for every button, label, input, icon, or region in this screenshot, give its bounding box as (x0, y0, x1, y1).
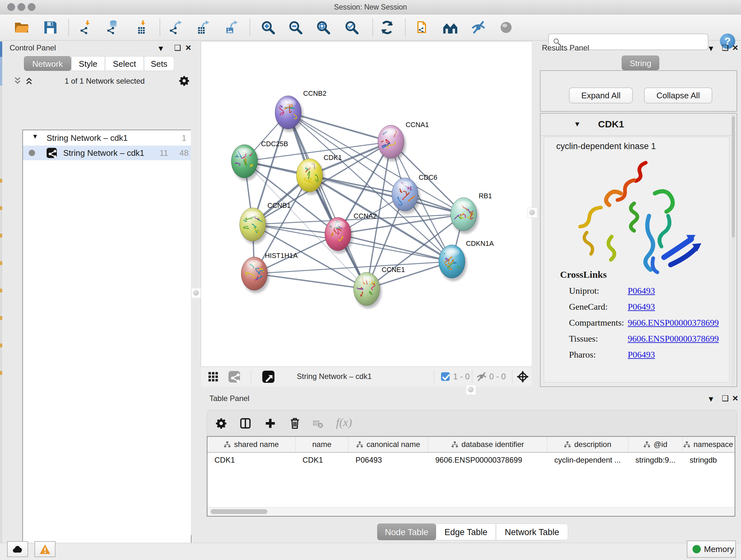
crosslink-tissues-link[interactable]: 9606.ENSP00000378699 (628, 334, 719, 344)
tree-expander-icon[interactable]: ▼ (32, 133, 38, 140)
gene-results-box: ▼ CDK1 cyclin-dependent kinase 1 (540, 113, 737, 387)
export-table-icon[interactable] (196, 20, 211, 35)
network-collection-label: String Network – cdk1 (47, 133, 128, 143)
network-tree-item-row[interactable]: String Network – cdk1 11 48 (23, 145, 191, 160)
show-all-icon[interactable] (498, 20, 514, 35)
tab-sets[interactable]: Sets (144, 56, 174, 71)
zoom-in-icon[interactable] (260, 20, 276, 35)
column-header-id[interactable]: @id (628, 437, 683, 452)
network-status-dot (29, 150, 35, 156)
expand-all-button[interactable]: Expand All (569, 87, 633, 104)
network-node-CDC25B[interactable]: CDC25B (231, 140, 288, 181)
table-panel-title: Table Panel (209, 394, 249, 403)
network-tree-root-row[interactable]: ▼ String Network – cdk1 1 (23, 131, 191, 145)
table-panel-menu-icon[interactable]: ▼ (707, 395, 715, 403)
table-scrollbar-thumb[interactable] (211, 509, 267, 514)
cell-shared-name[interactable]: CDK1 (207, 453, 295, 468)
column-header-name[interactable]: name (295, 437, 348, 452)
tab-node-table[interactable]: Node Table (377, 523, 436, 540)
create-column-plus-icon[interactable] (265, 418, 276, 429)
export-network-icon[interactable] (168, 20, 184, 35)
table-panel-close-icon[interactable]: ✕ (732, 394, 738, 403)
network-type-icon (47, 148, 57, 158)
collapse-all-button[interactable]: Collapse All (644, 87, 712, 104)
zoom-selected-icon[interactable] (344, 20, 359, 35)
network-node-label: RB1 (479, 192, 492, 200)
divider (434, 370, 434, 383)
import-network-from-database-icon[interactable] (106, 20, 121, 35)
results-panel-close-icon[interactable]: ✕ (732, 44, 738, 52)
tab-network[interactable]: Network (24, 56, 71, 71)
splitter-handle[interactable] (191, 288, 201, 298)
memory-button[interactable]: Memory (687, 541, 736, 558)
first-neighbors-icon[interactable] (443, 20, 458, 35)
open-session-icon[interactable] (14, 20, 29, 35)
control-panel-menu-icon[interactable]: ▼ (157, 44, 165, 53)
zoom-fit-icon[interactable] (316, 20, 331, 35)
network-panel-options-gear-icon[interactable] (179, 75, 190, 86)
network-node-CDC6[interactable]: CDC6 (392, 174, 437, 214)
hidden-eye-slash-icon[interactable] (476, 371, 487, 382)
table-panel-float-icon[interactable]: ❑ (722, 394, 729, 403)
network-node-CCNE1[interactable]: CCNE1 (354, 266, 405, 308)
save-session-icon[interactable] (43, 20, 58, 35)
column-header-description[interactable]: description (547, 437, 628, 452)
column-header-canonical-name[interactable]: canonical name (348, 437, 428, 452)
table-header-row: shared name name canonical name database… (207, 437, 735, 453)
column-header-namespace[interactable]: namespace (683, 437, 734, 452)
new-network-from-selection-icon[interactable] (414, 20, 429, 35)
control-panel-float-icon[interactable]: ❑ (174, 44, 181, 52)
table-horizontal-scrollbar[interactable] (207, 507, 735, 516)
cell-canonical-name[interactable]: P06493 (348, 453, 428, 468)
results-panel-menu-icon[interactable]: ▼ (707, 44, 715, 53)
apply-layout-icon[interactable] (380, 20, 395, 35)
crosslink-pharos-link[interactable]: P06493 (628, 350, 655, 360)
birds-eye-view-icon[interactable] (262, 371, 274, 383)
crosslink-genecard-link[interactable]: P06493 (628, 302, 655, 312)
import-table-from-file-icon[interactable] (135, 20, 150, 35)
selected-checkbox-icon[interactable] (441, 372, 450, 381)
cell-id[interactable]: stringdb:9... (628, 453, 683, 468)
show-columns-icon[interactable] (240, 418, 251, 429)
zoom-out-icon[interactable] (288, 20, 303, 35)
network-node-label: CDKN1A (466, 240, 494, 247)
control-canvas-splitter[interactable] (191, 42, 201, 535)
hide-selected-icon[interactable] (471, 20, 486, 35)
cell-database-identifier[interactable]: 9606.ENSP00000378699 (428, 453, 547, 468)
cell-name[interactable]: CDK1 (295, 453, 348, 468)
network-badge-icon[interactable] (228, 371, 240, 382)
gene-header-row[interactable]: ▼ CDK1 (541, 114, 737, 136)
column-header-database-identifier[interactable]: database identifier (428, 437, 547, 452)
results-panel-float-icon[interactable]: ❑ (722, 44, 729, 52)
network-node-CCNB2[interactable]: CCNB2 (275, 90, 327, 132)
network-canvas[interactable]: CCNB2CCNA1CDC25BCDK1CDC6RB1CCNB1CCNA2CDK… (201, 42, 532, 367)
import-network-from-file-icon[interactable] (79, 20, 94, 35)
column-header-shared-name[interactable]: shared name (207, 437, 295, 452)
network-node-RB1[interactable]: RB1 (451, 192, 492, 234)
network-node-CCNA2[interactable]: CCNA2 (325, 212, 377, 253)
cloud-button[interactable] (7, 541, 28, 557)
cell-namespace[interactable]: stringdb (683, 453, 734, 468)
collapse-all-networks-icon[interactable] (13, 76, 22, 85)
cell-description[interactable]: cyclin-dependent ... (547, 453, 628, 468)
tab-select[interactable]: Select (105, 56, 144, 71)
table-options-gear-icon[interactable] (215, 418, 227, 429)
delete-column-trash-icon[interactable] (289, 417, 301, 429)
results-scrollbar-thumb[interactable] (732, 116, 735, 238)
tab-style[interactable]: Style (71, 56, 105, 71)
tab-network-table[interactable]: Network Table (496, 523, 568, 540)
tab-edge-table[interactable]: Edge Table (436, 523, 496, 540)
tab-string[interactable]: String (622, 56, 659, 70)
crosslink-uniprot-link[interactable]: P06493 (628, 286, 655, 296)
network-node-CCNA1[interactable]: CCNA1 (377, 121, 429, 161)
export-image-icon[interactable] (224, 20, 239, 35)
gene-expander-icon[interactable]: ▼ (574, 120, 581, 128)
grid-view-icon[interactable] (208, 372, 218, 382)
results-scrollbar[interactable] (731, 114, 735, 385)
network-node-CDKN1A[interactable]: CDKN1A (439, 240, 494, 281)
pan-target-icon[interactable] (516, 370, 529, 383)
function-builder-icon-disabled: f(x) (336, 416, 352, 429)
expand-all-networks-icon[interactable] (24, 76, 34, 85)
crosslink-compartments-link[interactable]: 9606.ENSP00000378699 (628, 318, 719, 328)
warnings-button[interactable] (35, 541, 56, 557)
